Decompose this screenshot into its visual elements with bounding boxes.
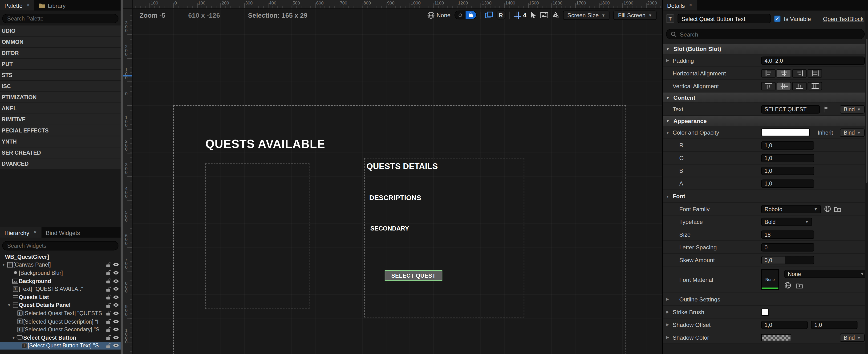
palette-category[interactable]: DVANCED (0, 158, 121, 169)
palette-category[interactable]: PECIAL EFFECTS (0, 125, 121, 136)
lock-icon[interactable] (104, 262, 112, 268)
close-icon[interactable]: ✕ (689, 3, 692, 8)
scrollbar-thumb[interactable] (866, 39, 868, 183)
preview-windows-icon[interactable] (485, 11, 493, 18)
lock-icon[interactable] (104, 270, 112, 276)
palette-category[interactable]: ANEL (0, 103, 121, 114)
quest-details-panel-widget[interactable]: QUESTS DETAILS DESCRIPTIONS SECONDARY SE… (364, 158, 524, 318)
shadow-offset-x-input[interactable]: 1,0 (761, 321, 807, 329)
lock-icon[interactable] (104, 311, 112, 316)
channel-r-input[interactable]: 1,0 (761, 141, 814, 149)
tab-palette[interactable]: Palette ✕ (0, 0, 35, 10)
widgets-search-input[interactable] (2, 241, 119, 250)
expander-down-icon[interactable]: ▼ (1, 263, 6, 267)
palette-category[interactable]: PTIMIZATION (0, 92, 121, 102)
expander-right-icon[interactable]: ▶ (663, 322, 673, 327)
quests-details-text-widget[interactable]: QUESTS DETAILS (366, 161, 438, 171)
color-bind-button[interactable]: Bind▼ (840, 128, 865, 137)
lock-icon[interactable] (104, 319, 112, 324)
screen-size-dropdown[interactable]: Screen Size ▼ (563, 10, 610, 20)
widget-name-input[interactable] (678, 14, 771, 23)
lock-icon[interactable] (104, 286, 112, 292)
shadow-color-bind-button[interactable]: Bind▼ (840, 333, 865, 342)
palette-category[interactable]: STS (0, 70, 121, 80)
palette-category[interactable]: RIMITIVE (0, 114, 121, 125)
shadow-color-swatch[interactable] (761, 334, 791, 341)
globe-icon[interactable] (784, 282, 791, 289)
is-variable-checkbox[interactable]: ✓ (774, 15, 780, 22)
eye-icon[interactable] (112, 335, 120, 340)
eye-icon[interactable] (112, 263, 120, 267)
channel-a-input[interactable]: 1,0 (761, 179, 814, 187)
hierarchy-row[interactable]: T[Selected Quest Description] "I (0, 317, 121, 325)
eye-icon[interactable] (112, 311, 120, 315)
hierarchy-row[interactable]: ▼[Canvas Panel] (0, 261, 121, 269)
expander-down-icon[interactable]: ▼ (663, 194, 673, 198)
font-family-dropdown[interactable]: Roboto▼ (761, 205, 821, 213)
open-textblock-link[interactable]: Open TextBlock (823, 15, 864, 22)
hierarchy-row[interactable]: T[Selected Quest Text] "QUESTS (0, 309, 121, 317)
letter-spacing-input[interactable]: 0 (761, 243, 814, 251)
hierarchy-row[interactable]: [Background Blur] (0, 269, 121, 277)
lock-icon[interactable] (465, 11, 476, 19)
palette-category[interactable]: YNTH (0, 136, 121, 147)
color-swatch[interactable] (761, 128, 810, 136)
cursor-tool-icon[interactable] (530, 11, 536, 19)
channel-g-input[interactable]: 1,0 (761, 154, 814, 162)
globe-icon[interactable] (824, 206, 831, 212)
hierarchy-row[interactable]: ▼Select Quest Button (0, 333, 121, 342)
font-size-input[interactable]: 18 (761, 230, 814, 238)
aspect-lock-toggle[interactable] (454, 10, 476, 20)
eye-icon[interactable] (112, 303, 120, 307)
quests-list-widget[interactable] (205, 163, 309, 309)
fill-screen-dropdown[interactable]: Fill Screen ▼ (614, 10, 656, 20)
eye-icon[interactable] (112, 287, 120, 291)
palette-category[interactable]: DITOR (0, 48, 121, 58)
hierarchy-row[interactable]: T[Text] "QUESTS AVAILA.." (0, 285, 121, 293)
unlocked-segment[interactable] (455, 11, 466, 19)
flip-preview-icon[interactable] (552, 12, 559, 18)
expander-down-icon[interactable]: ▼ (7, 303, 11, 307)
palette-category[interactable]: ISC (0, 81, 121, 91)
panel-splitter[interactable] (121, 0, 123, 354)
grid-snap-button[interactable]: 4 (514, 11, 526, 19)
valign-bottom-button[interactable] (792, 82, 807, 90)
expander-down-icon[interactable]: ▼ (663, 130, 673, 134)
lock-icon[interactable] (104, 278, 112, 284)
valign-center-button[interactable] (777, 82, 791, 90)
channel-b-input[interactable]: 1,0 (761, 167, 814, 175)
typeface-dropdown[interactable]: Bold▼ (761, 217, 812, 226)
section-content[interactable]: ▼ Content (663, 93, 868, 103)
details-search-input[interactable] (680, 31, 860, 37)
eye-icon[interactable] (112, 279, 120, 283)
close-icon[interactable]: ✕ (26, 3, 30, 8)
palette-category[interactable]: OMMON (0, 36, 121, 47)
eye-icon[interactable] (112, 295, 120, 299)
secondary-text-widget[interactable]: SECONDARY (370, 225, 409, 231)
section-appearance[interactable]: ▼ Appearance (663, 116, 868, 126)
localization-preview-button[interactable]: None (427, 11, 451, 19)
palette-category[interactable]: SER CREATED (0, 147, 121, 158)
valign-top-button[interactable] (761, 82, 775, 90)
expander-right-icon[interactable]: ▶ (663, 335, 673, 340)
padding-input[interactable]: 4.0, 2.0 (761, 56, 865, 65)
font-material-dropdown[interactable]: None▼ (784, 270, 868, 278)
hierarchy-row[interactable]: T[Select Quest Button Text] "S (0, 342, 121, 350)
design-viewport[interactable]: Zoom -5 610 x -126 Selection: 165 x 29 N… (133, 9, 662, 354)
lock-icon[interactable] (104, 343, 112, 349)
shadow-offset-y-input[interactable]: 1,0 (811, 321, 858, 329)
halign-center-button[interactable] (777, 69, 791, 77)
widget-root-canvas[interactable]: QUESTS AVAILABLE QUESTS DETAILS DESCRIPT… (173, 105, 626, 354)
skew-amount-input[interactable]: 0,0 (761, 256, 814, 264)
lock-icon[interactable] (104, 302, 112, 308)
eye-icon[interactable] (112, 327, 120, 331)
palette-category[interactable]: PUT (0, 59, 121, 69)
halign-right-button[interactable] (792, 69, 807, 77)
preview-background-icon[interactable] (540, 12, 548, 18)
lock-icon[interactable] (104, 294, 112, 300)
hierarchy-row[interactable]: Quests List (0, 293, 121, 301)
section-slot[interactable]: ▼ Slot (Button Slot) (663, 44, 868, 54)
palette-category[interactable]: UDIO (0, 25, 121, 36)
close-icon[interactable]: ✕ (33, 230, 37, 235)
tab-hierarchy[interactable]: Hierarchy ✕ (0, 227, 41, 238)
